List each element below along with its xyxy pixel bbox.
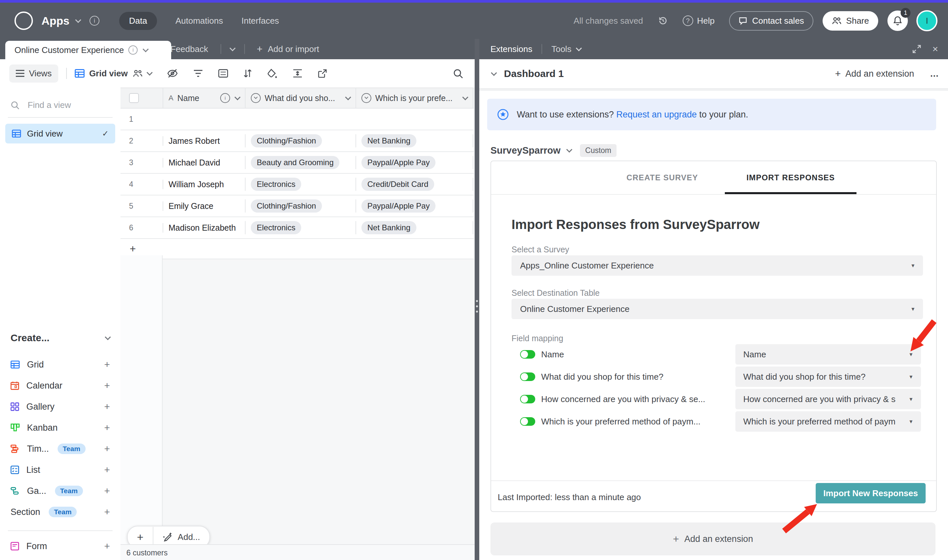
select-pill: Paypal/Apple Pay — [361, 199, 435, 212]
sidebar-item-gantt[interactable]: Ga... Team + — [5, 482, 115, 500]
gantt-icon — [11, 487, 20, 495]
mapping-toggle[interactable] — [520, 417, 535, 426]
column-header-shop[interactable]: What did you sho... — [245, 88, 356, 108]
column-header-payment[interactable]: Which is your prefe... — [356, 88, 473, 108]
mapping-target-select[interactable]: How concerned are you with privacy & s▾ — [735, 389, 921, 409]
table-row[interactable]: 4 William Joseph Electronics Credit/Debi… — [120, 174, 474, 195]
strip-divider — [244, 44, 245, 54]
table-chevron-down-icon[interactable] — [143, 46, 149, 52]
tab-online-customer-experience[interactable]: Online Customer Experience i — [5, 41, 171, 59]
table-row[interactable]: 6 Madison Elizabeth Electronics Net Bank… — [120, 217, 474, 239]
last-imported-status: Last Imported: less than a minute ago — [498, 492, 641, 502]
column-chevron-down-icon — [462, 94, 468, 100]
dashboard-header-row: Dashboard 1 + Add an extension … — [479, 59, 948, 89]
select-all-checkbox[interactable] — [129, 93, 139, 103]
request-upgrade-link[interactable]: Request an upgrade — [616, 109, 697, 120]
extension-chevron-icon[interactable] — [566, 146, 572, 152]
sidebar-divider — [8, 117, 113, 118]
dashboard-title[interactable]: Dashboard 1 — [504, 68, 564, 79]
sidebar-item-calendar[interactable]: Calendar+ — [5, 377, 115, 394]
select-pill: Electronics — [251, 221, 301, 234]
add-extension-bottom-button[interactable]: + Add an extension — [490, 523, 936, 555]
nav-tab-automations[interactable]: Automations — [176, 16, 223, 26]
notifications-button[interactable]: 1 — [888, 11, 908, 31]
tools-menu[interactable]: Tools — [551, 44, 581, 54]
table-row[interactable]: 2 James Robert Clothing/Fashion Net Bank… — [120, 130, 474, 152]
help-button[interactable]: ? Help — [683, 15, 715, 26]
add-view-icon: + — [104, 380, 110, 391]
mapping-toggle[interactable] — [520, 395, 535, 403]
table-row[interactable]: 1 — [120, 109, 474, 130]
dashboard-chevron-icon[interactable] — [491, 70, 497, 76]
bell-icon — [893, 15, 903, 26]
share-button[interactable]: Share — [823, 11, 878, 31]
tab-feedback[interactable]: Feedback — [171, 39, 208, 59]
mapping-target-select[interactable]: What did you shop for this time?▾ — [735, 366, 921, 387]
select-field-icon — [251, 93, 261, 103]
tab-import-responses[interactable]: IMPORT RESPONSES — [725, 161, 857, 194]
import-new-responses-button[interactable]: Import New Responses — [816, 483, 926, 503]
sidebar-view-grid-view[interactable]: Grid view ✓ — [5, 124, 115, 143]
sidebar-item-kanban[interactable]: Kanban+ — [5, 419, 115, 436]
add-or-import-button[interactable]: + Add or import — [257, 39, 319, 59]
caret-down-icon: ▾ — [911, 262, 914, 269]
sort-icon[interactable] — [243, 69, 252, 78]
select-pill: Paypal/Apple Pay — [361, 156, 435, 169]
card-heading: Import Responses from SurveySparrow — [512, 217, 760, 232]
filter-icon[interactable] — [193, 69, 203, 77]
sidebar-item-form[interactable]: Form+ — [5, 538, 115, 555]
grid-view-switcher[interactable]: Grid view — [75, 68, 152, 78]
sidebar-item-list[interactable]: List+ — [5, 461, 115, 478]
color-icon[interactable] — [267, 68, 277, 78]
add-record-button[interactable]: + — [128, 531, 153, 543]
mapping-toggle[interactable] — [520, 372, 535, 381]
group-icon[interactable] — [218, 69, 228, 78]
row-height-icon[interactable] — [293, 69, 302, 78]
ai-add-button[interactable]: Add... — [153, 532, 210, 542]
contact-sales-button[interactable]: Contact sales — [729, 11, 813, 31]
create-section-header[interactable]: Create... — [11, 332, 110, 343]
avatar[interactable]: I — [916, 10, 937, 31]
add-view-icon: + — [104, 422, 110, 433]
tables-chevron-down-icon[interactable] — [230, 39, 235, 59]
grid-icon — [11, 361, 20, 369]
expand-icon[interactable] — [913, 45, 921, 53]
sidebar-item-grid[interactable]: Grid+ — [5, 356, 115, 373]
find-view-search[interactable] — [11, 99, 102, 111]
sidebar-item-timeline[interactable]: Tim... Team + — [5, 440, 115, 457]
sidebar-item-section[interactable]: Section Team + — [5, 503, 115, 520]
select-pill: Credit/Debit Card — [361, 178, 434, 191]
card-footer-divider — [491, 480, 936, 481]
panel-resize-handle[interactable] — [475, 39, 479, 560]
find-view-input[interactable] — [26, 99, 102, 111]
destination-table-select[interactable]: Online Customer Experience ▾ — [512, 299, 923, 319]
sidebar-item-gallery[interactable]: Gallery+ — [5, 398, 115, 415]
table-row[interactable]: 3 Michael David Beauty and Grooming Payp… — [120, 152, 474, 174]
history-icon[interactable] — [658, 15, 668, 26]
mapping-target-select[interactable]: Name▾ — [735, 344, 921, 365]
add-record-row[interactable]: + — [120, 239, 474, 259]
base-name[interactable]: Apps — [42, 14, 69, 27]
workspace-logo[interactable] — [14, 12, 33, 30]
survey-select[interactable]: Apps_Online Customer Experience ▾ — [512, 255, 923, 276]
share-view-icon[interactable] — [318, 69, 327, 78]
mapping-toggle[interactable] — [520, 350, 535, 358]
toolbar-divider — [66, 68, 67, 79]
hide-fields-icon[interactable] — [167, 68, 178, 78]
base-chevron-down-icon[interactable] — [75, 17, 81, 23]
tab-create-survey[interactable]: CREATE SURVEY — [603, 161, 721, 194]
close-icon[interactable]: × — [932, 44, 938, 54]
base-info-icon[interactable]: i — [89, 16, 99, 26]
table-row[interactable]: 5 Emily Grace Clothing/Fashion Paypal/Ap… — [120, 195, 474, 217]
mapping-row: Which is your preferred method of paym..… — [520, 411, 706, 432]
gallery-icon — [11, 402, 19, 411]
extension-name[interactable]: SurveySparrow — [490, 145, 561, 156]
nav-tab-interfaces[interactable]: Interfaces — [241, 16, 279, 26]
search-icon[interactable] — [453, 68, 464, 79]
mapping-target-select[interactable]: Which is your preferred method of paym▾ — [735, 411, 921, 432]
views-button[interactable]: Views — [9, 65, 58, 83]
nav-tab-data[interactable]: Data — [119, 12, 157, 30]
column-header-name[interactable]: A Name i — [163, 88, 245, 108]
dashboard-more-icon[interactable]: … — [930, 69, 939, 79]
add-extension-button[interactable]: + Add an extension — [835, 68, 914, 79]
